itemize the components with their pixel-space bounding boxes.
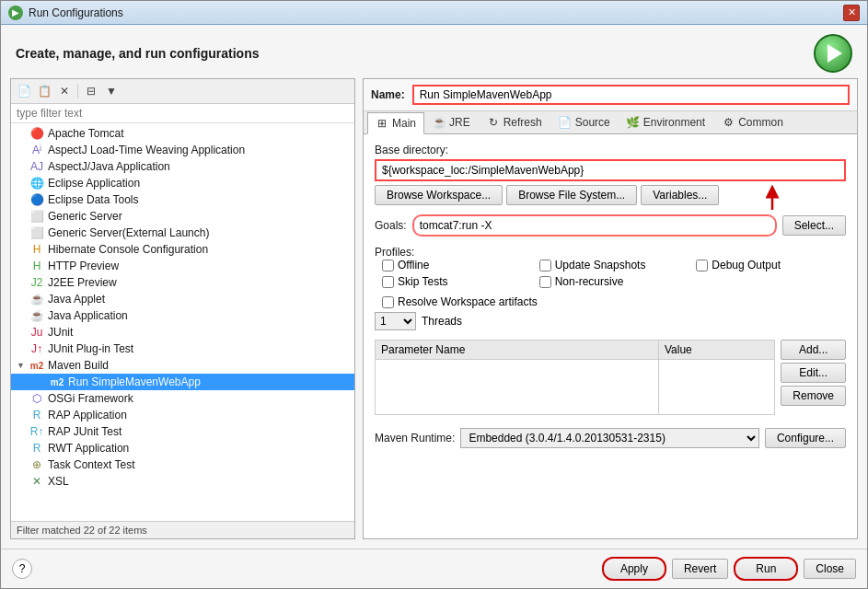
select-goals-button[interactable]: Select... bbox=[782, 215, 846, 236]
no-arrow bbox=[17, 129, 26, 138]
rwt-icon: R bbox=[29, 441, 44, 456]
tree-area: 🔴 Apache Tomcat Aʲ AspectJ Load-Time Wea… bbox=[11, 123, 354, 521]
non-recursive-checkbox[interactable] bbox=[539, 276, 551, 288]
collapse-all-button[interactable]: ⊟ bbox=[82, 82, 100, 100]
debug-output-checkbox-item[interactable]: Debug Output bbox=[696, 259, 846, 271]
offline-label: Offline bbox=[398, 259, 429, 271]
offline-checkbox[interactable] bbox=[382, 260, 394, 271]
threads-label: Threads bbox=[422, 315, 462, 328]
tree-item-generic-server[interactable]: ⬜ Generic Server bbox=[11, 208, 354, 225]
browse-workspace-button[interactable]: Browse Workspace... bbox=[375, 185, 503, 205]
aspectj-java-icon: AJ bbox=[29, 159, 44, 174]
resolve-workspace-checkbox-item[interactable]: Resolve Workspace artifacts bbox=[382, 295, 846, 308]
runtime-row: Maven Runtime: Embedded (3.0.4/1.4.0.201… bbox=[375, 428, 846, 448]
run-button[interactable]: Run bbox=[734, 557, 798, 581]
window-title: Run Configurations bbox=[29, 6, 123, 19]
tree-item-http-preview[interactable]: H HTTP Preview bbox=[11, 258, 354, 274]
update-snapshots-checkbox[interactable] bbox=[539, 260, 551, 271]
params-value-cell bbox=[658, 360, 774, 415]
run-btn-container: Run bbox=[734, 557, 798, 581]
maven-build-label: Maven Build bbox=[48, 359, 109, 372]
tree-item-eclipse-app[interactable]: 🌐 Eclipse Application bbox=[11, 175, 354, 191]
tree-item-eclipse-data[interactable]: 🔵 Eclipse Data Tools bbox=[11, 191, 354, 208]
base-dir-input[interactable] bbox=[375, 159, 846, 181]
skip-tests-label: Skip Tests bbox=[398, 275, 447, 288]
browse-filesystem-button[interactable]: Browse File System... bbox=[506, 185, 637, 205]
debug-output-checkbox[interactable] bbox=[696, 260, 708, 271]
tree-item-generic-server-ext[interactable]: ⬜ Generic Server(External Launch) bbox=[11, 225, 354, 241]
help-button[interactable]: ? bbox=[12, 559, 32, 579]
revert-button[interactable]: Revert bbox=[672, 559, 728, 579]
right-panel: Name: ⊞ Main ☕ JRE ↻ Refresh 📄 bbox=[363, 78, 858, 539]
params-edit-button[interactable]: Edit... bbox=[781, 363, 846, 383]
no-arrow bbox=[17, 477, 26, 486]
filter-input[interactable] bbox=[11, 104, 354, 123]
tree-item-hibernate[interactable]: H Hibernate Console Configuration bbox=[11, 241, 354, 258]
no-arrow bbox=[17, 328, 26, 337]
header-title: Create, manage, and run configurations bbox=[16, 46, 260, 61]
variables-button[interactable]: Variables... bbox=[641, 185, 719, 205]
name-bar: Name: bbox=[364, 79, 857, 111]
tree-item-java-app[interactable]: ☕ Java Application bbox=[11, 307, 354, 324]
tree-item-run-simple[interactable]: m2 Run SimpleMavenWebApp bbox=[11, 374, 354, 390]
tree-item-aspectj-java[interactable]: AJ AspectJ/Java Application bbox=[11, 158, 354, 175]
offline-checkbox-item[interactable]: Offline bbox=[382, 259, 532, 271]
rap-icon: R bbox=[29, 408, 44, 422]
tree-item-j2ee[interactable]: J2 J2EE Preview bbox=[11, 274, 354, 291]
tab-jre[interactable]: ☕ JRE bbox=[424, 111, 479, 133]
tree-item-task-context[interactable]: ⊕ Task Context Test bbox=[11, 456, 354, 473]
apply-button[interactable]: Apply bbox=[602, 557, 666, 581]
maven-build-icon: m2 bbox=[29, 358, 44, 373]
tabs-bar: ⊞ Main ☕ JRE ↻ Refresh 📄 Source 🌿 En bbox=[364, 111, 857, 134]
tree-item-rap-junit[interactable]: R↑ RAP JUnit Test bbox=[11, 423, 354, 440]
java-app-icon: ☕ bbox=[29, 308, 44, 323]
new-config-button[interactable]: 📄 bbox=[15, 82, 33, 100]
tab-environment[interactable]: 🌿 Environment bbox=[619, 111, 713, 133]
goals-input[interactable] bbox=[412, 214, 777, 237]
close-button[interactable]: Close bbox=[804, 559, 856, 579]
tree-item-aspectj-load[interactable]: Aʲ AspectJ Load-Time Weaving Application bbox=[11, 142, 354, 158]
tree-item-osgi[interactable]: ⬡ OSGi Framework bbox=[11, 390, 354, 407]
main-tab-label: Main bbox=[392, 117, 416, 130]
name-input[interactable] bbox=[412, 85, 850, 105]
update-snapshots-checkbox-item[interactable]: Update Snapshots bbox=[539, 259, 689, 271]
tree-item-maven-build[interactable]: ▼ m2 Maven Build bbox=[11, 357, 354, 374]
tree-item-rwt[interactable]: R RWT Application bbox=[11, 440, 354, 456]
tab-main[interactable]: ⊞ Main bbox=[367, 112, 424, 134]
tab-refresh[interactable]: ↻ Refresh bbox=[479, 111, 550, 133]
window-close-button[interactable]: ✕ bbox=[843, 5, 860, 21]
osgi-icon: ⬡ bbox=[29, 391, 44, 406]
rwt-label: RWT Application bbox=[48, 442, 129, 455]
params-remove-button[interactable]: Remove bbox=[781, 386, 846, 406]
junit-plugin-label: JUnit Plug-in Test bbox=[48, 342, 133, 355]
refresh-tab-icon: ↻ bbox=[487, 116, 500, 129]
delete-config-button[interactable]: ✕ bbox=[55, 82, 74, 100]
tree-item-junit[interactable]: Ju JUnit bbox=[11, 324, 354, 341]
tree-item-apache-tomcat[interactable]: 🔴 Apache Tomcat bbox=[11, 125, 354, 142]
main-tab-icon: ⊞ bbox=[376, 117, 388, 130]
no-arrow bbox=[17, 460, 26, 469]
tree-item-junit-plugin[interactable]: J↑ JUnit Plug-in Test bbox=[11, 341, 354, 357]
non-recursive-checkbox-item[interactable]: Non-recursive bbox=[539, 275, 689, 288]
configure-runtime-button[interactable]: Configure... bbox=[765, 428, 846, 448]
aspectj-java-label: AspectJ/Java Application bbox=[48, 160, 170, 173]
threads-row: 1 2 4 Threads bbox=[375, 312, 846, 330]
tree-item-rap[interactable]: R RAP Application bbox=[11, 407, 354, 423]
main-content: 📄 📋 ✕ ⊟ ▼ 🔴 Apache Tomcat Aʲ AspectJ Loa… bbox=[1, 78, 867, 549]
tab-common[interactable]: ⚙ Common bbox=[713, 111, 792, 133]
skip-tests-checkbox[interactable] bbox=[382, 276, 394, 288]
resolve-workspace-checkbox[interactable] bbox=[382, 296, 394, 308]
tree-item-xsl[interactable]: ✕ XSL bbox=[11, 473, 354, 490]
run-icon-button[interactable] bbox=[814, 34, 852, 73]
threads-select[interactable]: 1 2 4 bbox=[375, 312, 416, 330]
tab-source[interactable]: 📄 Source bbox=[550, 111, 619, 133]
duplicate-config-button[interactable]: 📋 bbox=[35, 82, 53, 100]
skip-tests-checkbox-item[interactable]: Skip Tests bbox=[382, 275, 532, 288]
profiles-checkboxes: Offline Update Snapshots Debug Output bbox=[382, 259, 846, 288]
tree-item-java-applet[interactable]: ☕ Java Applet bbox=[11, 291, 354, 307]
params-add-button[interactable]: Add... bbox=[781, 340, 846, 360]
runtime-select[interactable]: Embedded (3.0.4/1.4.0.20130531-2315) bbox=[460, 428, 759, 448]
rap-junit-label: RAP JUnit Test bbox=[48, 425, 122, 438]
eclipse-app-icon: 🌐 bbox=[29, 176, 44, 191]
filter-button[interactable]: ▼ bbox=[102, 82, 121, 100]
